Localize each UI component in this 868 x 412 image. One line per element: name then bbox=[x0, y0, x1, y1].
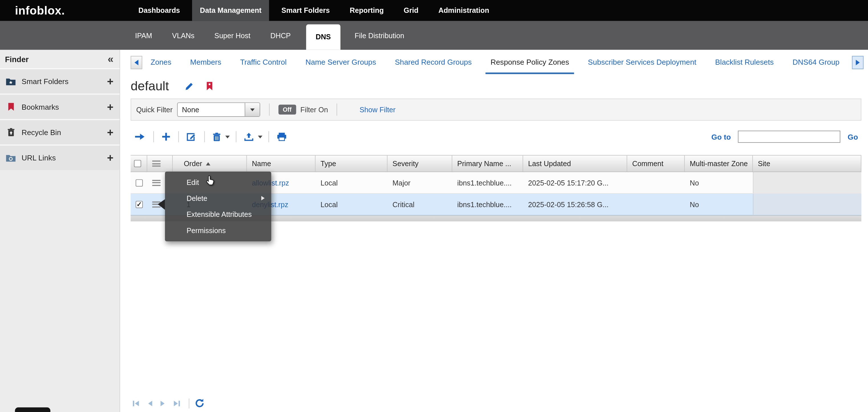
column-label: Type bbox=[320, 159, 336, 167]
sub-nav: IPAM VLANs Super Host DHCP DNS File Dist… bbox=[130, 21, 868, 50]
add-bookmark-button[interactable]: + bbox=[107, 101, 114, 112]
tab-subscriber-services-deployment[interactable]: Subscriber Services Deployment bbox=[583, 53, 701, 72]
nav-item-reporting[interactable]: Reporting bbox=[342, 0, 392, 21]
tab-shared-record-groups[interactable]: Shared Record Groups bbox=[390, 53, 477, 72]
nav-item-administration[interactable]: Administration bbox=[431, 0, 497, 21]
edit-title-icon[interactable] bbox=[185, 81, 194, 91]
tabs-scroll-right-button[interactable] bbox=[852, 56, 864, 69]
delete-menu-caret-icon[interactable] bbox=[225, 135, 230, 138]
drag-column-header bbox=[147, 156, 173, 171]
context-menu-item-edit[interactable]: Edit bbox=[165, 175, 271, 190]
finder-sidebar: Finder « Smart Folders + Bookmarks + Rec… bbox=[0, 50, 120, 412]
tab-dns64-group[interactable]: DNS64 Group bbox=[788, 53, 845, 72]
last-page-icon[interactable] bbox=[173, 400, 180, 407]
hand-cursor-icon bbox=[206, 175, 215, 188]
next-page-icon[interactable] bbox=[160, 400, 165, 407]
context-menu-item-extensible-attributes[interactable]: Extensible Attributes bbox=[165, 207, 271, 223]
quick-filter-dropdown[interactable]: None bbox=[177, 102, 260, 117]
cell-primary-name: ibns1.techblue.... bbox=[452, 194, 523, 215]
sidebar-item-url-links[interactable]: URL Links + bbox=[0, 145, 120, 170]
select-all-checkbox[interactable] bbox=[134, 160, 141, 167]
bookmark-flag-icon[interactable] bbox=[206, 81, 213, 91]
show-filter-link[interactable]: Show Filter bbox=[360, 105, 396, 114]
nav-item-dashboards[interactable]: Dashboards bbox=[130, 0, 187, 21]
column-header-name[interactable]: Name bbox=[247, 156, 315, 171]
column-header-multi-master-zone[interactable]: Multi-master Zone bbox=[685, 156, 753, 171]
add-smart-folder-button[interactable]: + bbox=[107, 76, 114, 87]
context-menu-item-permissions[interactable]: Permissions bbox=[165, 223, 271, 239]
first-page-icon[interactable] bbox=[132, 400, 140, 407]
row-checkbox[interactable] bbox=[136, 179, 143, 186]
subnav-item-dhcp[interactable]: DHCP bbox=[266, 31, 295, 40]
add-url-link-button[interactable]: + bbox=[107, 152, 114, 163]
context-menu-item-delete[interactable]: Delete bbox=[165, 190, 271, 206]
collapse-sidebar-icon[interactable]: « bbox=[108, 53, 114, 64]
sidebar-item-smart-folders[interactable]: Smart Folders + bbox=[0, 68, 120, 93]
smart-folder-icon bbox=[5, 76, 16, 86]
filter-on-label: Filter On bbox=[300, 105, 328, 114]
column-label: Last Updated bbox=[528, 159, 571, 167]
cell-type: Local bbox=[315, 172, 388, 193]
export-menu-caret-icon[interactable] bbox=[258, 135, 262, 138]
cell-type: Local bbox=[315, 194, 388, 215]
top-nav: Dashboards Data Management Smart Folders… bbox=[130, 0, 501, 21]
column-header-order[interactable]: Order bbox=[173, 156, 247, 171]
tab-members[interactable]: Members bbox=[185, 53, 226, 72]
edit-icon[interactable] bbox=[187, 132, 197, 141]
column-header-severity[interactable]: Severity bbox=[388, 156, 452, 171]
subnav-item-file-distribution[interactable]: File Distribution bbox=[350, 31, 409, 40]
select-all-checkbox-cell[interactable] bbox=[130, 156, 147, 171]
quick-filter-value: None bbox=[178, 105, 245, 114]
add-recycle-button[interactable]: + bbox=[107, 127, 114, 138]
goto-label: Go to bbox=[711, 132, 731, 141]
print-icon[interactable] bbox=[277, 132, 287, 141]
column-header-primary-name[interactable]: Primary Name ... bbox=[452, 156, 523, 171]
column-header-type[interactable]: Type bbox=[315, 156, 388, 171]
prev-page-icon[interactable] bbox=[147, 400, 153, 407]
cell-site bbox=[753, 194, 862, 215]
delete-icon[interactable] bbox=[213, 132, 221, 141]
context-menu-pointer bbox=[158, 199, 165, 210]
cell-primary-name: ibns1.techblue.... bbox=[452, 172, 523, 193]
sidebar-item-label: Smart Folders bbox=[22, 77, 107, 86]
column-header-site[interactable]: Site bbox=[753, 156, 862, 171]
subnav-item-dns[interactable]: DNS bbox=[306, 24, 340, 50]
sidebar-item-bookmarks[interactable]: Bookmarks + bbox=[0, 93, 120, 119]
export-icon[interactable] bbox=[244, 132, 254, 141]
goto-group: Go to Go bbox=[711, 130, 861, 143]
column-header-comment[interactable]: Comment bbox=[627, 156, 685, 171]
nav-item-data-management[interactable]: Data Management bbox=[192, 0, 269, 21]
tab-name-server-groups[interactable]: Name Server Groups bbox=[300, 53, 381, 72]
go-arrow-icon[interactable] bbox=[134, 133, 146, 140]
subnav-item-ipam[interactable]: IPAM bbox=[130, 31, 156, 40]
cell-last-updated: 2025-02-05 15:17:20 G... bbox=[523, 172, 627, 193]
subnav-item-super-host[interactable]: Super Host bbox=[210, 31, 255, 40]
row-checkbox-cell[interactable] bbox=[130, 194, 147, 215]
column-header-last-updated[interactable]: Last Updated bbox=[523, 156, 627, 171]
subnav-item-vlans[interactable]: VLANs bbox=[167, 31, 199, 40]
add-icon[interactable] bbox=[162, 132, 170, 141]
tab-blacklist-rulesets[interactable]: Blacklist Rulesets bbox=[710, 53, 778, 72]
tab-response-policy-zones[interactable]: Response Policy Zones bbox=[486, 53, 574, 74]
go-button[interactable]: Go bbox=[848, 132, 858, 141]
divider bbox=[153, 131, 154, 142]
dropdown-caret-button[interactable] bbox=[245, 103, 259, 116]
cell-comment bbox=[627, 172, 685, 193]
row-checkbox[interactable] bbox=[136, 200, 143, 208]
tabs-scroll-left-button[interactable] bbox=[130, 56, 142, 69]
chevron-left-icon bbox=[134, 60, 138, 65]
sidebar-item-recycle-bin[interactable]: Recycle Bin + bbox=[0, 119, 120, 145]
nav-item-grid[interactable]: Grid bbox=[396, 0, 426, 21]
quick-filter-label: Quick Filter bbox=[136, 105, 173, 114]
divider bbox=[189, 398, 189, 408]
filter-toggle-badge[interactable]: Off bbox=[278, 104, 296, 115]
chevron-down-icon bbox=[250, 108, 255, 111]
sub-nav-bar: IPAM VLANs Super Host DHCP DNS File Dist… bbox=[0, 21, 868, 50]
refresh-icon[interactable] bbox=[195, 399, 205, 408]
tab-traffic-control[interactable]: Traffic Control bbox=[235, 53, 291, 72]
tab-zones[interactable]: Zones bbox=[146, 53, 176, 72]
sidebar-item-label: Bookmarks bbox=[22, 102, 107, 111]
row-checkbox-cell[interactable] bbox=[130, 172, 147, 193]
goto-input[interactable] bbox=[738, 130, 840, 143]
nav-item-smart-folders[interactable]: Smart Folders bbox=[274, 0, 337, 21]
